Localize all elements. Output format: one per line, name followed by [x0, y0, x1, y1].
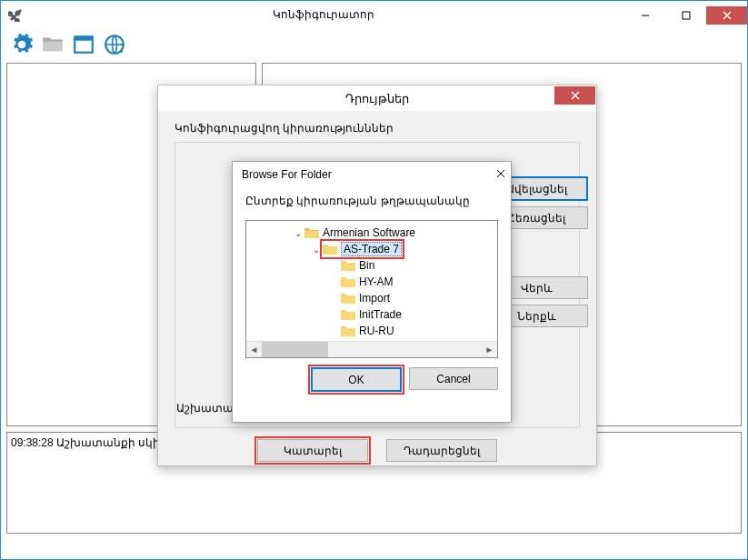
window-icon[interactable]: [72, 33, 95, 59]
svg-rect-5: [75, 36, 93, 40]
folder-icon: [341, 292, 355, 305]
browse-dialog-close[interactable]: [496, 167, 505, 181]
folder-icon: [341, 308, 355, 321]
tree-label: Import: [359, 292, 390, 305]
settings-icon[interactable]: [10, 33, 34, 59]
tree-row[interactable]: HY-AM: [248, 274, 495, 290]
svg-rect-1: [683, 12, 690, 19]
status-time: 09:38:28: [11, 436, 54, 449]
globe-refresh-icon[interactable]: [103, 33, 126, 59]
folder-icon: [341, 259, 355, 272]
folder-icon: [341, 275, 355, 288]
browse-dialog-body: Ընտրեք կիրառության թղթապանակը ⌄ Armenian…: [233, 187, 511, 399]
tree-row[interactable]: Import: [248, 290, 495, 306]
settings-dialog-titlebar: Դրույթներ: [158, 85, 596, 111]
app-icon: [8, 7, 23, 22]
toolbar: [1, 28, 747, 63]
minimize-button[interactable]: [624, 6, 665, 25]
tree-row-root[interactable]: ⌄ Armenian Software: [248, 225, 495, 241]
cancel-button[interactable]: Դադարեցնել: [386, 439, 497, 462]
tree-label: InitTrade: [359, 308, 402, 321]
group-label: Կոնֆիգուրացվող կիրառությունններ: [175, 122, 580, 135]
execute-button[interactable]: Կատարել: [257, 439, 368, 462]
tree-row[interactable]: RU-RU: [248, 323, 495, 339]
folder-icon[interactable]: [41, 33, 65, 59]
settings-dialog-close[interactable]: [554, 86, 595, 105]
scroll-thumb[interactable]: [262, 342, 328, 357]
folder-icon: [304, 226, 319, 239]
maximize-button[interactable]: [665, 6, 706, 25]
main-title: Կոնֆիգուրատոր: [23, 8, 624, 21]
main-titlebar: Կոնֆիգուրատոր: [1, 1, 747, 28]
scroll-left-icon[interactable]: ◄: [246, 342, 262, 357]
browse-folder-dialog: Browse For Folder Ընտրեք կիրառության թղթ…: [232, 161, 512, 423]
folder-icon: [323, 243, 337, 255]
tree-row-selected[interactable]: ⌄ AS-Trade 7: [248, 241, 495, 257]
browse-dialog-title: Browse For Folder: [233, 162, 511, 187]
ok-button[interactable]: OK: [311, 367, 402, 392]
main-window: Կոնֆիգուրատոր 09:38:28 Աշխատանքի սկիզբ Դ…: [0, 0, 748, 560]
close-button[interactable]: [706, 6, 747, 25]
browse-cancel-button[interactable]: Cancel: [409, 367, 498, 390]
folder-tree[interactable]: ⌄ Armenian Software ⌄ AS-Trade 7 Bin HY-…: [245, 220, 498, 358]
folder-icon: [341, 325, 355, 337]
tree-label: Armenian Software: [323, 226, 415, 239]
tree-label-selected: AS-Trade 7: [341, 242, 402, 256]
chevron-down-icon[interactable]: ⌄: [292, 228, 304, 238]
tree-row[interactable]: Bin: [248, 257, 495, 274]
browse-dialog-title-text: Browse For Folder: [242, 168, 332, 181]
tree-label: RU-RU: [359, 325, 394, 337]
tree-label: HY-AM: [359, 275, 394, 288]
window-controls: [624, 5, 747, 25]
settings-dialog-title: Դրույթներ: [158, 92, 596, 105]
browse-dialog-buttons: OK Cancel: [245, 358, 498, 392]
tree-label: Bin: [359, 259, 374, 272]
scroll-right-icon[interactable]: ►: [482, 342, 497, 357]
tree-row[interactable]: InitTrade: [248, 306, 495, 323]
horizontal-scrollbar[interactable]: ◄ ►: [246, 341, 497, 357]
scroll-track[interactable]: [262, 342, 482, 357]
chevron-down-icon[interactable]: ⌄: [310, 245, 323, 255]
settings-dialog-buttons: Կատարել Դադարեցնել: [158, 435, 596, 471]
browse-instruction: Ընտրեք կիրառության թղթապանակը: [245, 195, 498, 207]
